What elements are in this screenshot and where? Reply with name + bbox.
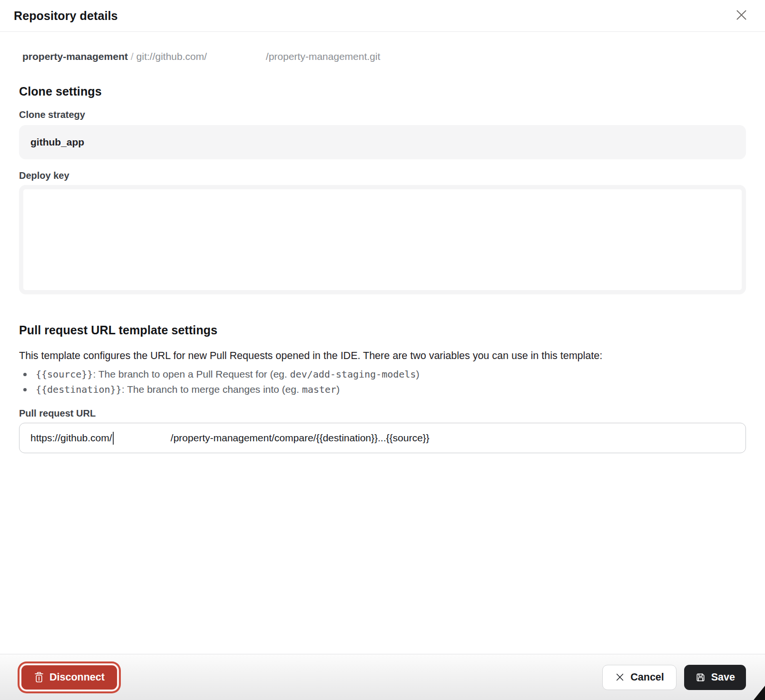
disconnect-button-label: Disconnect [49, 671, 105, 683]
pull-request-url-input[interactable]: https://github.com//property-management/… [19, 423, 746, 453]
clone-strategy-label: Clone strategy [19, 109, 746, 120]
source-variable-example: dev/add-staging-models [290, 369, 416, 380]
pr-template-description: This template configures the URL for new… [19, 349, 746, 363]
footer-actions: Cancel Save [602, 665, 746, 690]
source-variable-close: ) [416, 369, 419, 379]
source-variable-desc: : The branch to open a Pull Request for … [93, 369, 290, 379]
pr-template-variable-list: {{source}}: The branch to open a Pull Re… [19, 367, 746, 397]
close-button[interactable] [733, 7, 750, 24]
save-button[interactable]: Save [684, 665, 746, 690]
destination-variable-code: {{destination}} [36, 384, 122, 395]
modal-body: property-management/git://github.com//pr… [0, 50, 765, 453]
destination-variable-desc: : The branch to merge changes into (eg. [122, 384, 302, 395]
repository-details-modal: Repository details property-management/g… [0, 0, 765, 700]
breadcrumb-remote-prefix: git://github.com/ [137, 51, 207, 62]
modal-header: Repository details [0, 0, 765, 32]
deploy-key-textarea[interactable] [23, 189, 742, 290]
cancel-button[interactable]: Cancel [602, 665, 677, 690]
trash-icon [34, 671, 44, 683]
breadcrumb: property-management/git://github.com//pr… [19, 50, 746, 63]
destination-variable-example: master [302, 384, 336, 395]
url-value-suffix: /property-management/compare/{{destinati… [171, 432, 430, 444]
clone-settings-heading: Clone settings [19, 84, 746, 98]
breadcrumb-remote-suffix: /property-management.git [266, 51, 380, 62]
page-title: Repository details [14, 9, 118, 23]
source-variable-code: {{source}} [36, 369, 93, 380]
list-item-destination-variable: {{destination}}: The branch to merge cha… [19, 382, 746, 397]
destination-variable-close: ) [336, 384, 340, 395]
deploy-key-field-frame [19, 185, 746, 294]
pr-template-heading: Pull request URL template settings [19, 323, 746, 337]
pull-request-url-label: Pull request URL [19, 408, 746, 419]
clone-strategy-value: github_app [30, 136, 84, 148]
save-button-label: Save [711, 671, 735, 683]
modal-footer: Disconnect Cancel [0, 654, 765, 700]
cancel-button-label: Cancel [630, 671, 664, 683]
clone-strategy-field[interactable]: github_app [19, 125, 746, 159]
list-item-source-variable: {{source}}: The branch to open a Pull Re… [19, 367, 746, 382]
cancel-x-icon [615, 672, 625, 682]
deploy-key-label: Deploy key [19, 170, 746, 181]
save-floppy-icon [695, 672, 706, 683]
breadcrumb-repo-name: property-management [22, 51, 128, 62]
mouse-cursor [754, 686, 765, 700]
close-icon [734, 8, 749, 24]
breadcrumb-separator: / [128, 51, 137, 62]
text-caret [113, 432, 114, 445]
url-value-prefix: https://github.com/ [30, 432, 112, 444]
disconnect-button[interactable]: Disconnect [21, 665, 117, 690]
